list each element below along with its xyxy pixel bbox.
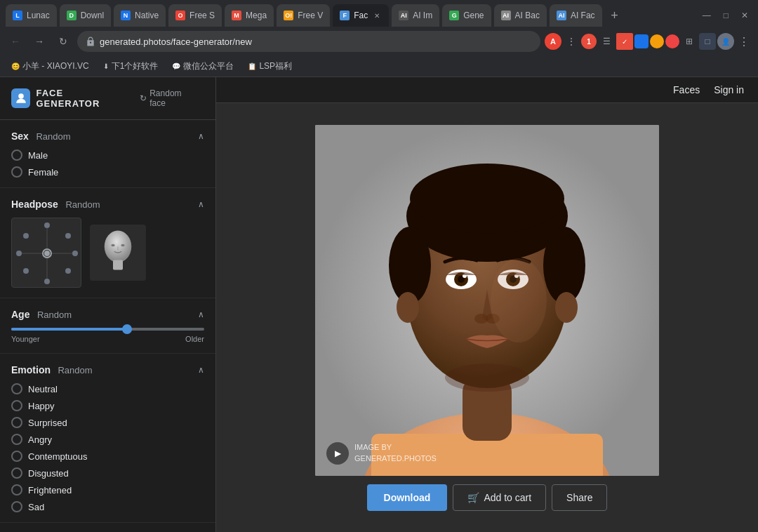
svg-point-24 xyxy=(410,164,564,234)
age-slider-fill xyxy=(11,328,127,331)
age-label-older: Older xyxy=(185,335,204,343)
tab-favicon-native: N xyxy=(121,11,131,20)
emotion-radio-happy[interactable] xyxy=(11,400,22,411)
ext-6[interactable] xyxy=(665,34,679,48)
random-face-label: Random face xyxy=(149,88,199,108)
ext-2[interactable]: ☰ xyxy=(598,33,615,50)
emotion-option-angry[interactable]: Angry xyxy=(11,434,204,445)
pose-grid[interactable] xyxy=(11,218,81,288)
ext-7[interactable]: ⊞ xyxy=(681,33,698,50)
window-close[interactable]: ✕ xyxy=(737,9,752,22)
address-bar[interactable]: generated.photos/face-generator/new xyxy=(77,31,540,52)
user-avatar[interactable]: 👤 xyxy=(717,33,734,50)
watermark-line1: IMAGE BY xyxy=(354,442,437,453)
svg-point-5 xyxy=(16,251,22,256)
tab-mega[interactable]: M Mega xyxy=(225,4,274,27)
tab-lunac[interactable]: L Lunac xyxy=(6,4,57,27)
headpose-title-group: Headpose Random xyxy=(11,198,100,211)
emotion-label-neutral: Neutral xyxy=(28,384,58,394)
window-minimize[interactable]: — xyxy=(698,9,715,22)
age-slider-track xyxy=(11,328,204,331)
emotion-option-sad[interactable]: Sad xyxy=(11,501,204,512)
reload-button[interactable]: ↻ xyxy=(53,32,73,51)
sex-radio-male[interactable] xyxy=(11,149,22,161)
action-buttons: Download 🛒 Add to cart Share xyxy=(367,484,608,511)
back-button[interactable]: ← xyxy=(6,32,25,51)
download-button[interactable]: Download xyxy=(367,484,448,511)
headpose-chevron-icon[interactable]: ∧ xyxy=(198,199,204,209)
face-image-svg xyxy=(315,125,659,476)
tab-label-mega: Mega xyxy=(246,11,267,20)
bookmark-lsp[interactable]: 📋 LSP福利 xyxy=(242,59,298,74)
tab-ai-img[interactable]: AI AI Im xyxy=(392,4,439,27)
emotion-radio-angry[interactable] xyxy=(11,434,22,445)
age-slider-thumb[interactable] xyxy=(122,324,132,334)
sex-option-female[interactable]: Female xyxy=(11,166,204,178)
sex-option-male[interactable]: Male xyxy=(11,149,204,161)
emotion-label-disgusted: Disgusted xyxy=(28,468,69,479)
face-image-container: ▶ IMAGE BY GENERATED.PHOTOS xyxy=(315,125,659,476)
tab-downl[interactable]: D Downl xyxy=(60,4,111,27)
ext-3[interactable]: ✓ xyxy=(616,33,633,50)
tab-free-s[interactable]: O Free S xyxy=(168,4,222,27)
tab-label-gener: Gene xyxy=(463,11,484,20)
tab-ai-fac[interactable]: AI AI Fac xyxy=(550,4,602,27)
emotion-option-surprised[interactable]: Surprised xyxy=(11,417,204,428)
extensions-icon[interactable]: ⋮ xyxy=(563,33,580,50)
emotion-radio-disgusted[interactable] xyxy=(11,467,22,479)
tab-favicon-lunac: L xyxy=(13,11,22,20)
signin-nav-link[interactable]: Sign in xyxy=(714,84,744,95)
ext-1[interactable]: 1 xyxy=(581,34,597,49)
main-content-area: Faces Sign in xyxy=(216,77,758,532)
random-face-button[interactable]: ↻ Random face xyxy=(134,86,204,111)
emotion-radio-frightened[interactable] xyxy=(11,484,22,496)
emotion-option-neutral[interactable]: Neutral xyxy=(11,383,204,394)
sex-label-male: Male xyxy=(28,150,48,161)
head-preview xyxy=(90,225,146,281)
refresh-icon: ↻ xyxy=(140,93,147,103)
image-watermark: ▶ IMAGE BY GENERATED.PHOTOS xyxy=(326,442,437,465)
profile-icon[interactable]: A xyxy=(545,33,561,50)
ext-4[interactable] xyxy=(634,34,649,48)
menu-button[interactable]: ⋮ xyxy=(736,33,752,50)
emotion-option-disgusted[interactable]: Disgusted xyxy=(11,467,204,479)
toolbar-icons: A ⋮ 1 ☰ ✓ ⊞ □ 👤 ⋮ xyxy=(545,33,752,50)
forward-button[interactable]: → xyxy=(29,32,49,51)
faces-nav-link[interactable]: Faces xyxy=(673,84,700,95)
window-maximize[interactable]: □ xyxy=(719,9,733,22)
tab-close-face[interactable]: ✕ xyxy=(372,11,382,20)
bookmark-wechat[interactable]: 💬 微信公众平台 xyxy=(166,59,239,74)
emotion-radio-sad[interactable] xyxy=(11,501,22,512)
emotion-option-frightened[interactable]: Frightened xyxy=(11,484,204,496)
tab-free-v[interactable]: O! Free V xyxy=(277,4,330,27)
ext-8[interactable]: □ xyxy=(699,33,716,50)
sex-radio-female[interactable] xyxy=(11,166,22,178)
ext-5[interactable] xyxy=(650,34,664,48)
bookmark-xiaoyi[interactable]: 😊 小羊 - XIAOYI.VC xyxy=(6,59,95,74)
sex-chevron-icon[interactable]: ∧ xyxy=(198,131,204,141)
emotion-chevron-icon[interactable]: ∧ xyxy=(198,365,204,375)
emotion-radio-neutral[interactable] xyxy=(11,383,22,394)
emotion-option-contemptuous[interactable]: Contemptuous xyxy=(11,451,204,462)
tab-favicon-gener: G xyxy=(449,11,459,20)
share-button[interactable]: Share xyxy=(552,484,607,511)
tab-label-free-s: Free S xyxy=(190,11,215,20)
age-subtitle: Random xyxy=(37,310,72,320)
bookmark-software[interactable]: ⬇ 下1个好软件 xyxy=(98,59,164,74)
tab-face[interactable]: F Fac ✕ xyxy=(333,4,389,27)
emotion-radio-surprised[interactable] xyxy=(11,417,22,428)
bookmark-lsp-label: LSP福利 xyxy=(259,60,292,72)
add-to-cart-button[interactable]: 🛒 Add to cart xyxy=(453,484,546,511)
tab-label-ai-fac: AI Fac xyxy=(571,11,595,20)
emotion-subtitle: Random xyxy=(58,365,92,375)
app-nav: Faces Sign in xyxy=(673,84,744,95)
tab-ai-bac[interactable]: AI AI Bac xyxy=(494,4,547,27)
tab-gener[interactable]: G Gene xyxy=(442,4,491,27)
emotion-radio-group: Neutral Happy Surprised Angry Contemptuo… xyxy=(11,383,204,512)
emotion-radio-contemptuous[interactable] xyxy=(11,451,22,462)
age-chevron-icon[interactable]: ∧ xyxy=(198,310,204,319)
emotion-option-happy[interactable]: Happy xyxy=(11,400,204,411)
tab-native[interactable]: N Native xyxy=(114,4,166,27)
emotion-label-happy: Happy xyxy=(28,401,55,411)
new-tab-button[interactable]: + xyxy=(605,6,625,25)
